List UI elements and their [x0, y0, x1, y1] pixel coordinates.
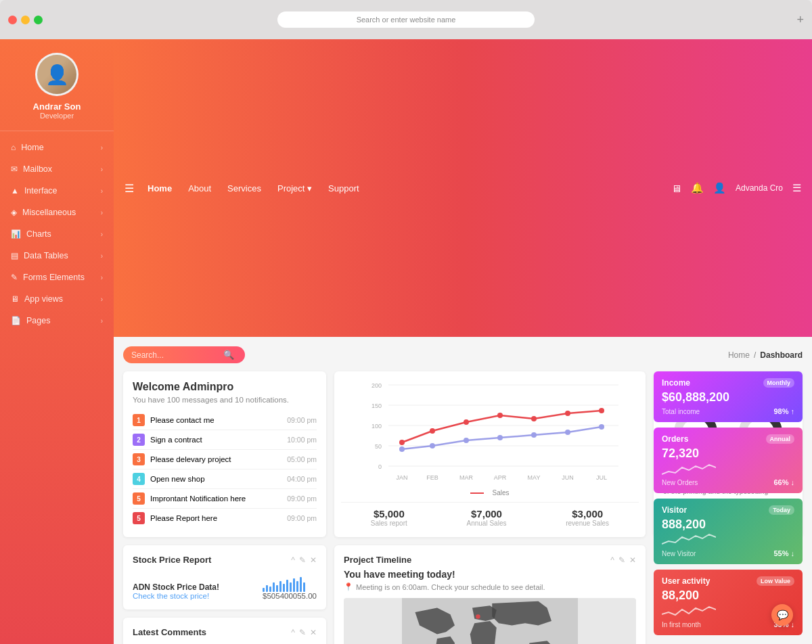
stat-label-sales: Sales report [371, 520, 407, 527]
visitor-pct: 55% ↓ [773, 549, 794, 557]
visitor-value: 888,200 [662, 518, 794, 532]
stat-card-orders: Orders Annual 72,320 New Orders 66% ↓ [654, 428, 803, 493]
task-num-3: 3 [133, 453, 145, 465]
search-box[interactable]: 🔍 [123, 346, 245, 363]
stat-card-visitor: Visitor Today 888,200 New Visitor 55% ↓ [654, 499, 803, 564]
useractivity-sub: In first month [662, 621, 701, 628]
sidebar-item-appviews[interactable]: 🖥App views › [0, 288, 114, 310]
sidebar-user-name: Andrar Son [33, 101, 81, 112]
svg-text:200: 200 [371, 382, 382, 389]
dashboard-grid: Welcome Adminpro You have 100 messages a… [123, 371, 803, 644]
comments-title: Latest Comments [133, 627, 206, 637]
sidebar-item-interface[interactable]: ▲Interface › [0, 180, 114, 202]
monitor-icon[interactable]: 🖥 [671, 183, 681, 194]
meeting-title: You have meeting today! [344, 569, 636, 580]
edit-icon[interactable]: ✎ [299, 628, 306, 637]
task-time-6: 09:00 pm [287, 514, 317, 522]
stat-useractivity-header: User activity Low Value [662, 576, 794, 586]
task-time-4: 04:00 pm [287, 475, 317, 483]
welcome-title: Welcome Adminpro [133, 381, 317, 393]
chat-fab[interactable]: 💬 [771, 604, 793, 626]
chevron-right-icon: › [101, 317, 103, 325]
chevron-right-icon: › [101, 209, 103, 216]
task-list: 1 Please contact me 09:00 pm 2 Sign a co… [133, 411, 317, 528]
chevron-right-icon: › [101, 231, 103, 238]
welcome-card: Welcome Adminpro You have 100 messages a… [123, 371, 326, 537]
stock-title: Stock Price Report [133, 555, 211, 565]
topnav-user[interactable]: Advanda Cro [736, 183, 783, 193]
nav-link-about[interactable]: About [188, 183, 211, 193]
breadcrumb-current: Dashboard [760, 350, 803, 360]
task-text-1: Please contact me [150, 416, 215, 424]
svg-point-17 [399, 440, 405, 445]
stock-value-area: $505400055.00 [263, 572, 317, 600]
useractivity-badge: Low Value [757, 576, 794, 586]
stat-label-revenue: revenue Sales [566, 520, 609, 527]
edit-icon[interactable]: ✎ [618, 555, 625, 565]
orders-pct: 66% ↓ [773, 478, 794, 486]
search-input[interactable] [131, 350, 219, 360]
svg-point-25 [430, 443, 435, 448]
sidebar-item-miscellaneous[interactable]: ◈Miscellaneous › [0, 202, 114, 223]
world-map-svg [355, 598, 625, 644]
bar-2 [266, 585, 268, 592]
svg-point-24 [399, 446, 405, 452]
sidebar-item-home[interactable]: ⌂Home › [0, 137, 114, 158]
visitor-sub: New Visitor [662, 550, 696, 557]
hamburger-icon[interactable]: ☰ [125, 182, 134, 195]
comments-card: Latest Comments ^ ✎ ✕ @Toman Alva Start … [123, 618, 326, 644]
chevron-right-icon: › [101, 166, 103, 173]
stat-orders-header: Orders Annual [662, 434, 794, 444]
table-icon: ▤ [11, 251, 18, 260]
sidebar-item-forms[interactable]: ✎Forms Elements › [0, 267, 114, 288]
close-button[interactable] [8, 16, 17, 24]
search-icon[interactable]: 🔍 [223, 350, 234, 360]
edit-icon[interactable]: ✎ [299, 555, 306, 565]
sidebar-item-datatables[interactable]: ▤Data Tables › [0, 245, 114, 267]
collapse-icon[interactable]: ^ [291, 555, 295, 565]
task-time-1: 09:00 pm [287, 416, 317, 424]
svg-text:150: 150 [371, 402, 382, 409]
nav-link-support[interactable]: Support [328, 183, 359, 193]
bar-13 [303, 582, 305, 592]
address-bar[interactable]: Search or enter website name [277, 12, 535, 28]
line-chart-area: 200 150 100 50 0 JAN FEB MAR APR MAY JUN [341, 378, 639, 486]
hamburger-right-icon[interactable]: ☰ [792, 182, 801, 194]
user-icon[interactable]: 👤 [713, 182, 726, 194]
stat-annual-sales: $7,000 Annual Sales [467, 508, 507, 527]
stock-data-name: ADN Stock Price Data! [133, 582, 219, 592]
useractivity-title: User activity [662, 576, 710, 586]
sidebar-label-datatables: Data Tables [24, 251, 68, 260]
chevron-right-icon: › [101, 144, 103, 152]
bar-5 [276, 585, 278, 592]
line-chart: 200 150 100 50 0 JAN FEB MAR APR MAY JUN [341, 378, 639, 486]
task-time-3: 05:00 pm [287, 455, 317, 463]
new-tab-button[interactable]: + [796, 13, 804, 27]
bell-icon[interactable]: 🔔 [691, 182, 704, 194]
sidebar-item-pages[interactable]: 📄Pages › [0, 310, 114, 331]
collapse-icon[interactable]: ^ [610, 555, 614, 565]
stat-value-annual: $7,000 [467, 508, 507, 520]
maximize-button[interactable] [34, 16, 43, 24]
close-icon[interactable]: ✕ [629, 555, 636, 565]
sidebar-item-charts[interactable]: 📊Charts › [0, 223, 114, 245]
svg-text:JUL: JUL [596, 474, 607, 481]
collapse-icon[interactable]: ^ [291, 628, 295, 637]
close-icon[interactable]: ✕ [310, 628, 317, 637]
chevron-right-icon: › [101, 187, 103, 195]
close-icon[interactable]: ✕ [310, 555, 317, 565]
chart-stats: $5,000 Sales report $7,000 Annual Sales … [341, 502, 639, 527]
chart-card: 200 150 100 50 0 JAN FEB MAR APR MAY JUN [334, 371, 646, 537]
nav-link-home[interactable]: Home [148, 183, 172, 193]
minimize-button[interactable] [21, 16, 30, 24]
stat-revenue-sales: $3,000 revenue Sales [566, 508, 609, 527]
breadcrumb-home[interactable]: Home [728, 350, 750, 360]
legend-label: Sales [492, 489, 509, 497]
stock-link[interactable]: Check the stock price! [133, 592, 219, 600]
stock-bar-chart [263, 572, 317, 592]
nav-link-project[interactable]: Project ▾ [277, 183, 312, 193]
sidebar-item-mailbox[interactable]: ✉Mailbox › [0, 158, 114, 180]
misc-icon: ◈ [11, 208, 17, 217]
chevron-right-icon: › [101, 274, 103, 281]
nav-link-services[interactable]: Services [227, 183, 261, 193]
